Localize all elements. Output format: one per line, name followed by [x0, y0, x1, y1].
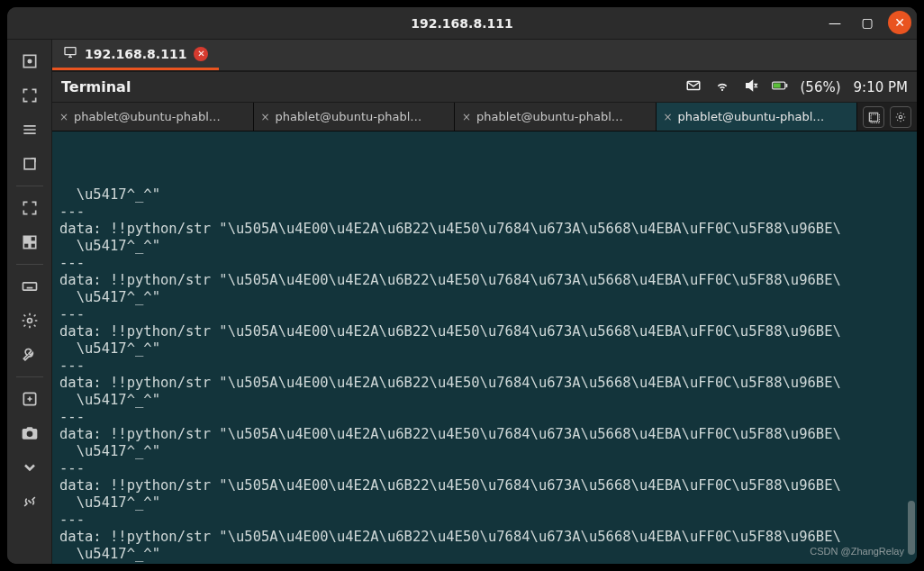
svg-point-8	[27, 319, 32, 323]
tab-settings-icon[interactable]	[890, 106, 911, 128]
terminal-line: ---	[59, 512, 910, 529]
gear-icon[interactable]	[14, 304, 46, 337]
app-title: Terminal	[61, 78, 131, 95]
terminal-tabbar: ×phablet@ubuntu-phabl…×phablet@ubuntu-ph…	[52, 103, 917, 131]
tab-close-icon[interactable]: ×	[59, 111, 68, 123]
toolbar-separator	[16, 186, 43, 186]
wifi-icon[interactable]	[714, 77, 730, 97]
watermark-text: CSDN @ZhangRelay	[810, 543, 904, 560]
tab-close-icon[interactable]: ×	[462, 111, 471, 123]
scrollbar-thumb[interactable]	[908, 501, 915, 555]
terminal-line: \u5417^_^"	[59, 289, 910, 306]
svg-point-17	[899, 115, 902, 119]
terminal-line: \u5417^_^"	[59, 340, 910, 358]
window-title: 192.168.8.111	[411, 16, 512, 31]
svg-rect-10	[65, 48, 76, 55]
toolbar-separator	[16, 376, 43, 377]
close-button[interactable]: ✕	[888, 11, 911, 34]
menu-icon[interactable]	[14, 113, 46, 146]
terminal-tab-label: phablet@ubuntu-phabl…	[276, 110, 422, 123]
terminal-tab-label: phablet@ubuntu-phabl…	[678, 110, 825, 123]
new-tab-icon[interactable]	[863, 106, 884, 128]
terminal-line: ---	[59, 460, 910, 477]
popout-icon[interactable]	[14, 148, 46, 180]
terminal-tab[interactable]: ×phablet@ubuntu-phabl…	[254, 103, 456, 131]
terminal-line: \u5417^_^"	[59, 443, 910, 460]
terminal-tab-actions	[857, 103, 917, 131]
mail-icon[interactable]	[685, 77, 702, 97]
svg-point-1	[28, 59, 31, 62]
scale-icon[interactable]	[14, 226, 46, 258]
terminal-tab[interactable]: ×phablet@ubuntu-phabl…	[455, 103, 657, 131]
terminal-line: ---	[59, 204, 910, 221]
svg-rect-13	[773, 83, 780, 87]
add-icon[interactable]	[14, 383, 46, 415]
connection-tab[interactable]: 192.168.8.111 ✕	[52, 40, 219, 70]
terminal-line: ---	[59, 409, 910, 426]
toolbar-separator	[16, 264, 43, 265]
terminal-line: data: !!python/str "\u505A\u4E00\u4E2A\u…	[59, 529, 910, 546]
focus-icon[interactable]	[14, 45, 46, 77]
battery-icon[interactable]	[772, 77, 788, 97]
chevron-down-icon[interactable]	[14, 451, 46, 484]
terminal-line: data: !!python/str "\u505A\u4E00\u4E2A\u…	[59, 323, 910, 340]
minimize-button[interactable]: —	[823, 11, 847, 34]
connection-tabbar: 192.168.8.111 ✕	[52, 40, 917, 72]
terminal-tab-label: phablet@ubuntu-phabl…	[74, 110, 221, 123]
terminal-line: data: !!python/str "\u505A\u4E00\u4E2A\u…	[59, 272, 910, 289]
terminal-line: data: !!python/str "\u505A\u4E00\u4E2A\u…	[59, 426, 910, 443]
connection-tab-close[interactable]: ✕	[194, 47, 208, 61]
volume-muted-icon[interactable]	[743, 77, 759, 97]
terminal-output[interactable]: \u5417^_^"---data: !!python/str "\u505A\…	[52, 131, 917, 564]
svg-rect-5	[23, 243, 29, 249]
terminal-line: \u5417^_^"	[59, 494, 910, 512]
connection-tab-label: 192.168.8.111	[85, 47, 186, 61]
camera-icon[interactable]	[14, 417, 46, 449]
svg-rect-14	[785, 84, 787, 87]
monitor-icon	[63, 45, 77, 62]
terminal-line: ---	[59, 358, 910, 375]
titlebar: 192.168.8.111 — ▢ ✕	[7, 7, 917, 40]
terminal-line: ---	[59, 255, 910, 272]
fullscreen-icon[interactable]	[14, 79, 46, 112]
svg-rect-4	[30, 236, 35, 241]
window-controls: — ▢ ✕	[823, 11, 911, 34]
terminal-line: ---	[59, 306, 910, 323]
tab-close-icon[interactable]: ×	[664, 111, 673, 123]
terminal-tab-label: phablet@ubuntu-phabl…	[476, 110, 623, 123]
terminal-tab[interactable]: ×phablet@ubuntu-phabl…	[52, 103, 254, 131]
svg-rect-2	[24, 159, 35, 169]
terminal-line: \u5417^_^"	[59, 238, 910, 255]
main-area: 192.168.8.111 ✕ Terminal	[52, 40, 917, 564]
fit-icon[interactable]	[14, 192, 46, 224]
app-window: 192.168.8.111 — ▢ ✕	[7, 7, 917, 564]
terminal-line: data: !!python/str "\u505A\u4E00\u4E2A\u…	[59, 375, 910, 392]
svg-rect-3	[23, 236, 29, 241]
terminal-tab[interactable]: ×phablet@ubuntu-phabl…	[657, 103, 858, 131]
terminal-line: \u5417^_^"	[59, 186, 910, 204]
svg-rect-6	[30, 243, 35, 249]
clock-time: 9:10 PM	[854, 79, 908, 95]
terminal-line: data: !!python/str "\u505A\u4E00\u4E2A\u…	[59, 477, 910, 494]
left-toolbar	[7, 40, 52, 564]
disconnect-icon[interactable]	[14, 485, 46, 518]
tab-close-icon[interactable]: ×	[261, 111, 270, 123]
terminal-line: \u5417^_^"	[59, 392, 910, 409]
status-area: (56%) 9:10 PM	[685, 77, 909, 97]
inner-appbar: Terminal (56%) 9:10 PM	[52, 72, 917, 103]
svg-rect-7	[23, 283, 36, 290]
maximize-button[interactable]: ▢	[856, 11, 879, 34]
keyboard-icon[interactable]	[14, 270, 46, 303]
terminal-line: ---	[59, 563, 910, 564]
wrench-icon[interactable]	[14, 339, 46, 371]
terminal-line: data: !!python/str "\u505A\u4E00\u4E2A\u…	[59, 221, 910, 238]
terminal-line: \u5417^_^"	[59, 546, 910, 563]
battery-pct: (56%)	[801, 79, 841, 95]
